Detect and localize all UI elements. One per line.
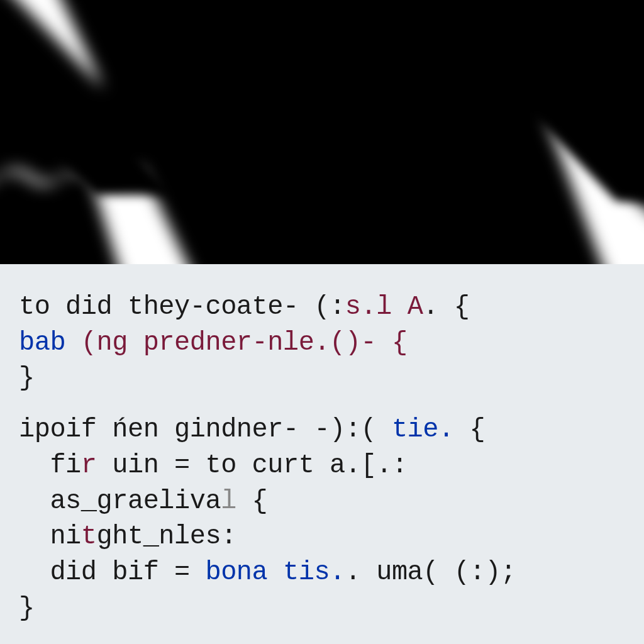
code-snippet: to did they-coate- (:s.l A. { bab (ng pr… bbox=[0, 264, 644, 644]
code-line-8: did bif = bona tis.. uma( (:); bbox=[19, 555, 625, 591]
code-line-4: ipoif ńen gindner- -):( tie. { bbox=[19, 412, 625, 448]
decorative-stripe-pattern bbox=[0, 0, 644, 264]
code-line-2: bab (ng predner-nle.()- { bbox=[19, 325, 625, 361]
code-line-5: fir uin = to curt a.[.: bbox=[19, 448, 625, 484]
code-line-3: } bbox=[19, 360, 625, 396]
code-line-9: } bbox=[19, 591, 625, 626]
code-line-6: as_graelival { bbox=[19, 484, 625, 519]
code-line-7: nitght_nles: bbox=[19, 519, 625, 555]
code-line-1: to did they-coate- (:s.l A. { bbox=[19, 289, 625, 325]
